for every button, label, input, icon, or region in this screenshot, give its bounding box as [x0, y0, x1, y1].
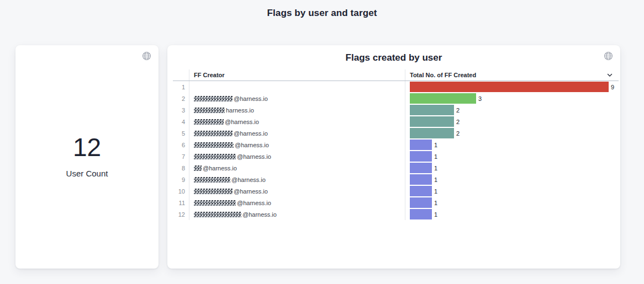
- creator-cell: @harness.io: [189, 127, 405, 139]
- bar[interactable]: [410, 116, 454, 127]
- bar-value-label: 1: [434, 153, 437, 160]
- table-row: 4@harness.io2: [173, 116, 619, 127]
- bar[interactable]: [410, 151, 432, 162]
- bar-cell: 1: [405, 185, 619, 197]
- bar[interactable]: [410, 140, 432, 150]
- table-row: 2@harness.io3: [173, 93, 619, 104]
- globe-icon[interactable]: [142, 51, 151, 61]
- bar-value-label: 1: [434, 200, 437, 206]
- bar[interactable]: [410, 197, 432, 208]
- row-rank: 9: [173, 176, 189, 183]
- bar-cell: 2: [405, 127, 619, 139]
- row-rank: 6: [173, 142, 189, 148]
- bar-cell: 1: [405, 151, 619, 162]
- redacted-email: [194, 119, 224, 125]
- bar-cell: 9: [405, 81, 619, 93]
- table-row: 10@harness.io1: [173, 185, 619, 197]
- creator-cell: @harness.io: [189, 93, 405, 104]
- table-row: 5@harness.io2: [173, 127, 619, 139]
- row-rank: 5: [173, 130, 189, 137]
- page-title: Flags by user and target: [0, 8, 644, 19]
- flags-created-card: Flags created by user FF Creator Total N…: [167, 45, 620, 269]
- bar-cell: 2: [405, 104, 619, 116]
- redacted-email: [194, 212, 241, 217]
- bar-value-label: 1: [434, 142, 437, 148]
- email-suffix: @harness.io: [237, 153, 271, 160]
- creator-cell: @harness.io: [189, 197, 405, 208]
- row-rank: 11: [173, 200, 189, 206]
- row-rank: 4: [173, 119, 189, 125]
- creator-cell: [189, 81, 405, 93]
- table-row: 9@harness.io1: [173, 174, 619, 185]
- redacted-email: [194, 96, 233, 101]
- table-row: 12@harness.io1: [173, 208, 619, 220]
- table-row: 8@harness.io1: [173, 162, 619, 174]
- table-row: 3harness.io2: [173, 104, 619, 116]
- row-rank: 2: [173, 95, 189, 102]
- creator-cell: @harness.io: [189, 174, 405, 185]
- creator-cell: @harness.io: [189, 116, 405, 127]
- total-column-header-label: Total No. of FF Created: [410, 72, 476, 78]
- bar[interactable]: [410, 209, 432, 219]
- bar[interactable]: [410, 105, 454, 115]
- redacted-email: [194, 108, 225, 113]
- table-row: 7@harness.io1: [173, 151, 619, 162]
- creator-cell: @harness.io: [189, 208, 405, 220]
- row-rank: 3: [173, 107, 189, 114]
- bar-cell: 1: [405, 174, 619, 185]
- email-suffix: @harness.io: [235, 142, 269, 148]
- bar-cell: 1: [405, 162, 619, 174]
- redacted-email: [194, 131, 233, 136]
- creator-cell: harness.io: [189, 104, 405, 116]
- email-suffix: @harness.io: [231, 176, 266, 183]
- redacted-email: [194, 177, 230, 183]
- email-suffix: @harness.io: [234, 188, 268, 195]
- email-suffix: harness.io: [226, 107, 254, 114]
- redacted-email: [194, 189, 233, 194]
- bar[interactable]: [410, 82, 609, 92]
- row-rank: 7: [173, 153, 189, 160]
- bar-value-label: 2: [456, 130, 460, 137]
- creator-cell: @harness.io: [189, 185, 405, 197]
- bar[interactable]: [410, 93, 476, 104]
- chart-title: Flags created by user: [167, 52, 620, 63]
- bar-cell: 1: [405, 197, 619, 208]
- user-count-card: 12 User Count: [15, 45, 159, 269]
- email-suffix: @harness.io: [234, 95, 268, 102]
- email-suffix: @harness.io: [234, 130, 268, 137]
- bar-cell: 1: [405, 208, 619, 220]
- bar-cell: 2: [405, 116, 619, 127]
- table-row: 19: [173, 81, 619, 93]
- creator-column-header: FF Creator: [189, 69, 405, 81]
- creator-cell: @harness.io: [189, 151, 405, 162]
- bar-value-label: 1: [434, 176, 437, 183]
- bar-value-label: 1: [434, 211, 437, 218]
- email-suffix: @harness.io: [242, 211, 277, 218]
- creator-cell: @harness.io: [189, 139, 405, 151]
- bar-value-label: 1: [434, 188, 437, 195]
- row-rank: 10: [173, 188, 189, 195]
- bar-value-label: 2: [456, 119, 460, 125]
- bar-value-label: 1: [434, 165, 437, 172]
- flags-table: FF Creator Total No. of FF Created 192@h…: [173, 69, 619, 220]
- table-row: 11@harness.io1: [173, 197, 619, 208]
- bar-value-label: 2: [456, 107, 460, 114]
- redacted-email: [194, 200, 236, 206]
- bar-cell: 1: [405, 139, 619, 151]
- email-suffix: @harness.io: [225, 119, 259, 125]
- user-count-value: 12: [15, 132, 159, 162]
- redacted-email: [194, 154, 236, 159]
- row-rank: 8: [173, 165, 189, 172]
- table-body: 192@harness.io33harness.io24@harness.io2…: [173, 81, 619, 220]
- bar[interactable]: [410, 174, 432, 185]
- chevron-down-icon[interactable]: [606, 72, 613, 78]
- bar[interactable]: [410, 128, 454, 138]
- bar-value-label: 9: [611, 84, 614, 90]
- bar[interactable]: [410, 163, 432, 173]
- bar-cell: 3: [405, 93, 619, 104]
- bar[interactable]: [410, 186, 432, 196]
- email-suffix: @harness.io: [237, 200, 271, 206]
- redacted-email: [194, 142, 234, 148]
- redacted-email: [194, 165, 202, 171]
- email-suffix: @harness.io: [203, 165, 237, 172]
